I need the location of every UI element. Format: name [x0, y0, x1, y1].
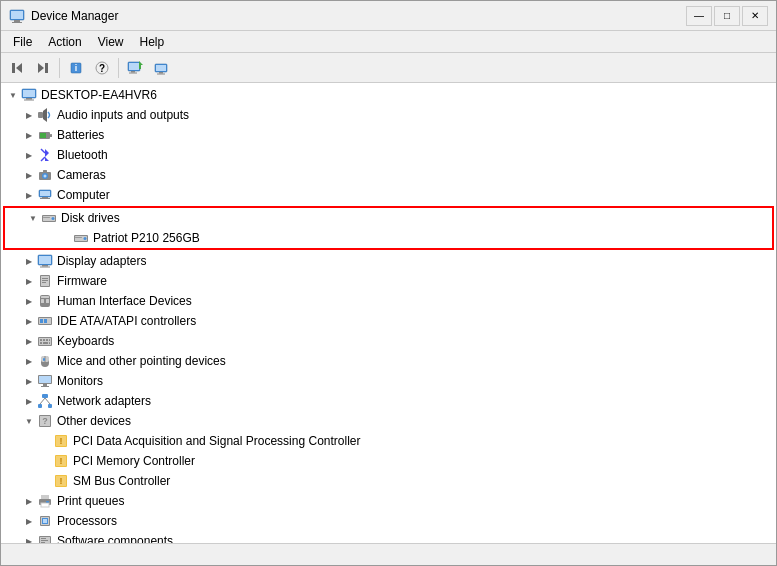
patriot-label: Patriot P210 256GB [93, 231, 200, 245]
tree-item-display[interactable]: ▶ Display adapters [1, 251, 776, 271]
tree-item-print[interactable]: ▶ Print queues [1, 491, 776, 511]
maximize-button[interactable]: □ [714, 6, 740, 26]
svg-rect-77 [43, 384, 47, 386]
firmware-label: Firmware [57, 274, 107, 288]
scan-button[interactable] [123, 56, 147, 80]
window-controls: — □ ✕ [686, 6, 768, 26]
diskdrives-label: Disk drives [61, 211, 120, 225]
tree-item-ide[interactable]: ▶ IDE ATA/ATAPI controllers [1, 311, 776, 331]
audio-icon [37, 107, 53, 123]
svg-rect-55 [46, 299, 49, 303]
svg-rect-69 [49, 342, 50, 344]
svg-rect-1 [14, 20, 20, 22]
svg-line-82 [40, 398, 45, 404]
tree-item-diskdrives[interactable]: ▼ Disk drives [5, 208, 772, 228]
svg-text:?: ? [99, 63, 105, 74]
tree-item-smbus[interactable]: ! SM Bus Controller [1, 471, 776, 491]
batteries-expand-icon: ▶ [21, 127, 37, 143]
tree-item-bluetooth[interactable]: ▶ Bluetooth [1, 145, 776, 165]
svg-point-30 [44, 175, 47, 178]
tree-item-batteries[interactable]: ▶ Batteries [1, 125, 776, 145]
monitors-label: Monitors [57, 374, 103, 388]
svg-rect-63 [40, 339, 42, 341]
menu-help[interactable]: Help [132, 33, 173, 51]
svg-rect-5 [12, 63, 15, 73]
keyboards-expand-icon: ▶ [21, 333, 37, 349]
tree-item-firmware[interactable]: ▶ Firmware [1, 271, 776, 291]
print-label: Print queues [57, 494, 124, 508]
computer-icon [21, 87, 37, 103]
processors-icon [37, 513, 53, 529]
svg-rect-54 [41, 299, 44, 303]
back-button[interactable] [5, 56, 29, 80]
svg-rect-99 [46, 501, 49, 503]
firmware-icon [37, 273, 53, 289]
svg-rect-31 [43, 170, 47, 172]
svg-rect-15 [129, 72, 137, 73]
batteries-label: Batteries [57, 128, 104, 142]
mice-icon [37, 353, 53, 369]
tree-item-computer[interactable]: ▶ Computer [1, 185, 776, 205]
svg-text:i: i [75, 63, 78, 73]
menu-bar: File Action View Help [1, 31, 776, 53]
bluetooth-icon [37, 147, 53, 163]
pci1-label: PCI Data Acquisition and Signal Processi… [73, 434, 360, 448]
forward-button[interactable] [31, 56, 55, 80]
monitors-icon [37, 373, 53, 389]
svg-point-42 [84, 237, 87, 240]
tree-item-patriot[interactable]: Patriot P210 256GB [5, 228, 772, 248]
display-icon [37, 253, 53, 269]
tree-item-software-comp[interactable]: ▶ Software components [1, 531, 776, 543]
tree-item-mice[interactable]: ▶ Mice and other pointing devices [1, 351, 776, 371]
svg-rect-33 [40, 191, 50, 196]
status-bar [1, 543, 776, 565]
svg-rect-97 [41, 495, 49, 499]
pci1-icon: ! [53, 433, 69, 449]
svg-rect-18 [159, 72, 163, 74]
svg-rect-98 [41, 503, 49, 507]
help-button[interactable]: ? [90, 56, 114, 80]
audio-label: Audio inputs and outputs [57, 108, 189, 122]
tree-item-audio[interactable]: ▶ Audio inputs and outputs [1, 105, 776, 125]
tree-item-network[interactable]: ▶ Network adapters [1, 391, 776, 411]
menu-file[interactable]: File [5, 33, 40, 51]
batteries-icon [37, 127, 53, 143]
tree-view[interactable]: ▼ DESKTOP-EA4HVR6 ▶ [1, 83, 776, 543]
device-manager-window: Device Manager — □ ✕ File Action View He… [0, 0, 777, 566]
minimize-button[interactable]: — [686, 6, 712, 26]
menu-action[interactable]: Action [40, 33, 89, 51]
hid-icon [37, 293, 53, 309]
close-button[interactable]: ✕ [742, 6, 768, 26]
pci2-label: PCI Memory Controller [73, 454, 195, 468]
tree-item-hid[interactable]: ▶ Human Interface Devices [1, 291, 776, 311]
tree-item-cameras[interactable]: ▶ Cameras [1, 165, 776, 185]
other-icon: ? [37, 413, 53, 429]
svg-rect-43 [75, 237, 82, 238]
tree-item-monitors[interactable]: ▶ Monitors [1, 371, 776, 391]
svg-rect-26 [50, 134, 52, 137]
app-icon [9, 8, 25, 24]
other-label: Other devices [57, 414, 131, 428]
toolbar-separator-1 [59, 58, 60, 78]
tree-root[interactable]: ▼ DESKTOP-EA4HVR6 [1, 85, 776, 105]
tree-item-pci1[interactable]: ! PCI Data Acquisition and Signal Proces… [1, 431, 776, 451]
svg-rect-45 [39, 256, 51, 264]
firmware-expand-icon: ▶ [21, 273, 37, 289]
tree-item-processors[interactable]: ▶ Processors [1, 511, 776, 531]
svg-rect-47 [40, 267, 50, 268]
svg-marker-6 [38, 63, 44, 73]
svg-rect-2 [12, 22, 22, 23]
network-label: Network adapters [57, 394, 151, 408]
tree-item-keyboards[interactable]: ▶ Keyboards [1, 331, 776, 351]
computer-expand-icon: ▶ [21, 187, 37, 203]
svg-rect-35 [40, 198, 50, 199]
smbus-icon: ! [53, 473, 69, 489]
menu-view[interactable]: View [90, 33, 132, 51]
svg-rect-64 [43, 339, 45, 341]
update-driver-button[interactable] [149, 56, 173, 80]
tree-item-pci2[interactable]: ! PCI Memory Controller [1, 451, 776, 471]
svg-rect-34 [42, 197, 48, 198]
svg-rect-65 [46, 339, 48, 341]
tree-item-other[interactable]: ▼ ? Other devices [1, 411, 776, 431]
properties-button[interactable]: i [64, 56, 88, 80]
